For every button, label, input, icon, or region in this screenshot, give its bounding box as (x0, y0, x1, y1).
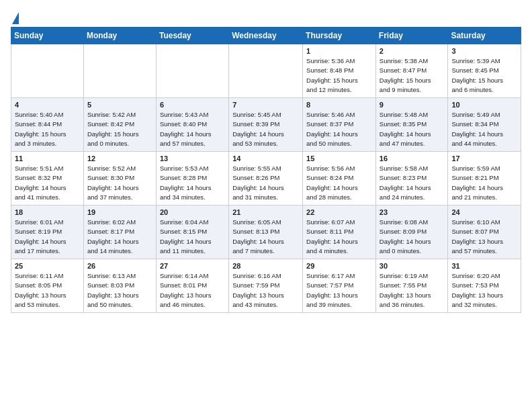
header (11, 7, 521, 23)
calendar-cell: 21Sunrise: 6:05 AMSunset: 8:13 PMDayligh… (229, 205, 303, 259)
calendar-cell: 6Sunrise: 5:43 AMSunset: 8:40 PMDaylight… (156, 98, 228, 152)
calendar-cell: 26Sunrise: 6:13 AMSunset: 8:03 PMDayligh… (83, 259, 156, 313)
day-info: Sunrise: 6:17 AMSunset: 7:57 PMDaylight:… (306, 271, 372, 310)
calendar-week-row: 1Sunrise: 5:36 AMSunset: 8:48 PMDaylight… (11, 44, 521, 98)
calendar-cell: 19Sunrise: 6:02 AMSunset: 8:17 PMDayligh… (83, 205, 156, 259)
day-info: Sunrise: 5:43 AMSunset: 8:40 PMDaylight:… (160, 110, 225, 148)
calendar-week-row: 25Sunrise: 6:11 AMSunset: 8:05 PMDayligh… (11, 259, 521, 313)
day-of-week-header: Tuesday (156, 28, 228, 44)
day-number: 30 (380, 262, 445, 270)
day-info: Sunrise: 5:51 AMSunset: 8:32 PMDaylight:… (15, 164, 80, 202)
day-number: 6 (160, 101, 225, 109)
calendar-cell: 16Sunrise: 5:58 AMSunset: 8:23 PMDayligh… (375, 152, 448, 205)
calendar-week-row: 4Sunrise: 5:40 AMSunset: 8:44 PMDaylight… (11, 98, 521, 152)
page: SundayMondayTuesdayWednesdayThursdayFrid… (0, 0, 532, 324)
day-info: Sunrise: 5:49 AMSunset: 8:34 PMDaylight:… (451, 110, 517, 148)
calendar-cell (156, 44, 228, 98)
day-number: 26 (87, 262, 152, 270)
calendar-cell: 14Sunrise: 5:55 AMSunset: 8:26 PMDayligh… (229, 152, 303, 205)
logo-triangle-icon (12, 12, 19, 24)
day-info: Sunrise: 6:13 AMSunset: 8:03 PMDaylight:… (87, 271, 152, 310)
day-info: Sunrise: 5:55 AMSunset: 8:26 PMDaylight:… (232, 164, 299, 202)
day-number: 17 (451, 154, 517, 163)
day-of-week-header: Thursday (303, 28, 376, 44)
day-info: Sunrise: 6:08 AMSunset: 8:09 PMDaylight:… (380, 218, 445, 256)
day-info: Sunrise: 6:07 AMSunset: 8:11 PMDaylight:… (306, 218, 372, 256)
calendar-week-row: 11Sunrise: 5:51 AMSunset: 8:32 PMDayligh… (11, 152, 521, 205)
day-info: Sunrise: 6:16 AMSunset: 7:59 PMDaylight:… (232, 271, 299, 310)
calendar-cell: 17Sunrise: 5:59 AMSunset: 8:21 PMDayligh… (448, 152, 521, 205)
day-info: Sunrise: 6:05 AMSunset: 8:13 PMDaylight:… (232, 218, 299, 256)
day-info: Sunrise: 5:46 AMSunset: 8:37 PMDaylight:… (306, 110, 372, 148)
day-number: 31 (451, 262, 517, 270)
day-info: Sunrise: 6:11 AMSunset: 8:05 PMDaylight:… (15, 271, 80, 310)
calendar-cell: 22Sunrise: 6:07 AMSunset: 8:11 PMDayligh… (303, 205, 376, 259)
day-number: 9 (380, 101, 445, 109)
day-number: 13 (160, 154, 225, 163)
calendar-cell: 23Sunrise: 6:08 AMSunset: 8:09 PMDayligh… (375, 205, 448, 259)
day-info: Sunrise: 5:40 AMSunset: 8:44 PMDaylight:… (15, 110, 80, 148)
day-number: 7 (232, 101, 299, 109)
calendar-cell: 24Sunrise: 6:10 AMSunset: 8:07 PMDayligh… (448, 205, 521, 259)
day-info: Sunrise: 6:02 AMSunset: 8:17 PMDaylight:… (87, 218, 152, 256)
calendar-week-row: 18Sunrise: 6:01 AMSunset: 8:19 PMDayligh… (11, 205, 521, 259)
day-number: 18 (15, 208, 80, 216)
calendar-cell: 5Sunrise: 5:42 AMSunset: 8:42 PMDaylight… (83, 98, 156, 152)
calendar-cell: 20Sunrise: 6:04 AMSunset: 8:15 PMDayligh… (156, 205, 228, 259)
calendar-cell: 8Sunrise: 5:46 AMSunset: 8:37 PMDaylight… (303, 98, 376, 152)
day-number: 10 (451, 101, 517, 109)
day-number: 27 (160, 262, 225, 270)
day-number: 20 (160, 208, 225, 216)
day-info: Sunrise: 6:19 AMSunset: 7:55 PMDaylight:… (380, 271, 445, 310)
day-number: 28 (232, 262, 299, 270)
calendar-cell: 1Sunrise: 5:36 AMSunset: 8:48 PMDaylight… (303, 44, 376, 98)
calendar-cell: 31Sunrise: 6:20 AMSunset: 7:53 PMDayligh… (448, 259, 521, 313)
calendar-cell: 15Sunrise: 5:56 AMSunset: 8:24 PMDayligh… (303, 152, 376, 205)
day-number: 15 (306, 154, 372, 163)
day-of-week-header: Wednesday (229, 28, 303, 44)
day-info: Sunrise: 5:56 AMSunset: 8:24 PMDaylight:… (306, 164, 372, 202)
day-number: 16 (380, 154, 445, 163)
day-number: 12 (87, 154, 152, 163)
day-number: 23 (380, 208, 445, 216)
calendar-cell: 7Sunrise: 5:45 AMSunset: 8:39 PMDaylight… (229, 98, 303, 152)
day-of-week-header: Friday (375, 28, 448, 44)
day-info: Sunrise: 5:53 AMSunset: 8:28 PMDaylight:… (160, 164, 225, 202)
day-info: Sunrise: 6:01 AMSunset: 8:19 PMDaylight:… (15, 218, 80, 256)
day-info: Sunrise: 5:52 AMSunset: 8:30 PMDaylight:… (87, 164, 152, 202)
day-info: Sunrise: 5:45 AMSunset: 8:39 PMDaylight:… (232, 110, 299, 148)
calendar-cell: 10Sunrise: 5:49 AMSunset: 8:34 PMDayligh… (448, 98, 521, 152)
day-number: 24 (451, 208, 517, 216)
day-info: Sunrise: 5:36 AMSunset: 8:48 PMDaylight:… (306, 56, 372, 95)
day-info: Sunrise: 5:38 AMSunset: 8:47 PMDaylight:… (380, 56, 445, 95)
day-info: Sunrise: 6:14 AMSunset: 8:01 PMDaylight:… (160, 271, 225, 310)
day-info: Sunrise: 5:39 AMSunset: 8:45 PMDaylight:… (451, 56, 517, 95)
day-number: 8 (306, 101, 372, 109)
day-info: Sunrise: 5:42 AMSunset: 8:42 PMDaylight:… (87, 110, 152, 148)
calendar-cell: 3Sunrise: 5:39 AMSunset: 8:45 PMDaylight… (448, 44, 521, 98)
calendar-cell: 28Sunrise: 6:16 AMSunset: 7:59 PMDayligh… (229, 259, 303, 313)
calendar-header-row: SundayMondayTuesdayWednesdayThursdayFrid… (11, 28, 521, 44)
day-info: Sunrise: 5:48 AMSunset: 8:35 PMDaylight:… (380, 110, 445, 148)
calendar-cell (83, 44, 156, 98)
calendar-cell: 4Sunrise: 5:40 AMSunset: 8:44 PMDaylight… (11, 98, 84, 152)
day-number: 11 (15, 154, 80, 163)
logo (11, 12, 19, 23)
calendar-cell: 2Sunrise: 5:38 AMSunset: 8:47 PMDaylight… (375, 44, 448, 98)
day-info: Sunrise: 5:58 AMSunset: 8:23 PMDaylight:… (380, 164, 445, 202)
day-number: 25 (15, 262, 80, 270)
calendar-cell: 27Sunrise: 6:14 AMSunset: 8:01 PMDayligh… (156, 259, 228, 313)
calendar-cell: 9Sunrise: 5:48 AMSunset: 8:35 PMDaylight… (375, 98, 448, 152)
day-number: 22 (306, 208, 372, 216)
day-number: 5 (87, 101, 152, 109)
day-number: 2 (380, 47, 445, 55)
calendar-cell (229, 44, 303, 98)
day-number: 14 (232, 154, 299, 163)
day-info: Sunrise: 6:04 AMSunset: 8:15 PMDaylight:… (160, 218, 225, 256)
calendar-cell: 13Sunrise: 5:53 AMSunset: 8:28 PMDayligh… (156, 152, 228, 205)
calendar-cell: 12Sunrise: 5:52 AMSunset: 8:30 PMDayligh… (83, 152, 156, 205)
day-of-week-header: Sunday (11, 28, 84, 44)
day-number: 29 (306, 262, 372, 270)
day-number: 3 (451, 47, 517, 55)
calendar-cell: 25Sunrise: 6:11 AMSunset: 8:05 PMDayligh… (11, 259, 84, 313)
